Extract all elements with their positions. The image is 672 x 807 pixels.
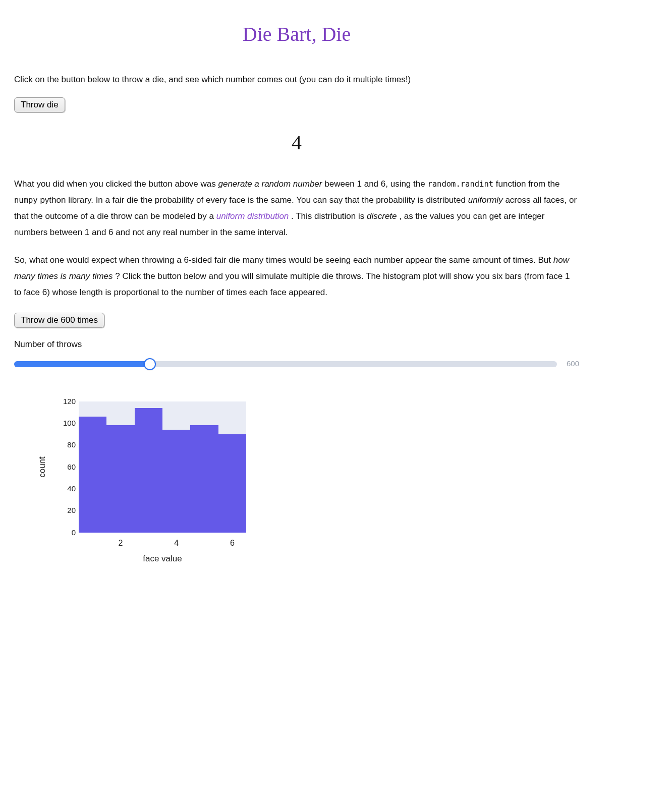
x-tick: 4 [174,536,179,551]
y-tick: 40 [67,482,76,496]
text: So, what one would expect when throwing … [14,255,553,265]
uniform-distribution-link[interactable]: uniform distribution [216,211,289,221]
emphasis-uniformly: uniformly [468,195,503,205]
y-tick: 120 [63,394,76,409]
y-tick: 100 [63,416,76,431]
code-randint: random.randint [427,180,493,189]
y-tick: 20 [67,503,76,518]
text: function from the [496,179,560,189]
histogram-chart: count 020406080100120 246 face value [14,401,579,613]
slider-label: Number of throws [14,336,579,353]
die-result: 4 [14,124,579,162]
code-numpy: numpy [14,196,38,205]
histogram-bar [162,430,190,533]
y-axis: count 020406080100120 [14,401,79,533]
emphasis-generate: generate a random number [218,179,322,189]
intro-text: Click on the button below to throw a die… [14,72,579,88]
x-tick: 2 [119,536,123,551]
y-tick: 60 [67,460,76,475]
text: . This distribution is [291,211,367,221]
page-title: Die Bart, Die [14,15,579,53]
x-tick: 6 [230,536,235,551]
y-axis-label: count [34,456,50,478]
throw-die-600-button[interactable]: Throw die 600 times [14,313,104,328]
explanation-paragraph-2: So, what one would expect when throwing … [14,252,579,301]
text: beween 1 and 6, using the [324,179,427,189]
histogram-bar [135,408,162,533]
slider-thumb[interactable] [144,358,156,370]
histogram-bar [79,417,106,533]
histogram-bar [218,434,246,533]
text: python library. In a fair die the probab… [40,195,468,205]
y-tick: 0 [72,526,76,540]
histogram-bar [106,425,134,532]
histogram-bar [190,425,218,532]
y-tick: 80 [67,438,76,452]
throw-die-button[interactable]: Throw die [14,97,65,112]
text: What you did when you clicked the button… [14,179,218,189]
emphasis-discrete: discrete [367,211,397,221]
explanation-paragraph-1: What you did when you clicked the button… [14,176,579,241]
x-axis-label: face value [79,551,246,567]
slider-fill [14,361,150,367]
bars-container [79,408,246,533]
throws-slider[interactable] [14,361,557,367]
slider-value: 600 [563,357,579,371]
